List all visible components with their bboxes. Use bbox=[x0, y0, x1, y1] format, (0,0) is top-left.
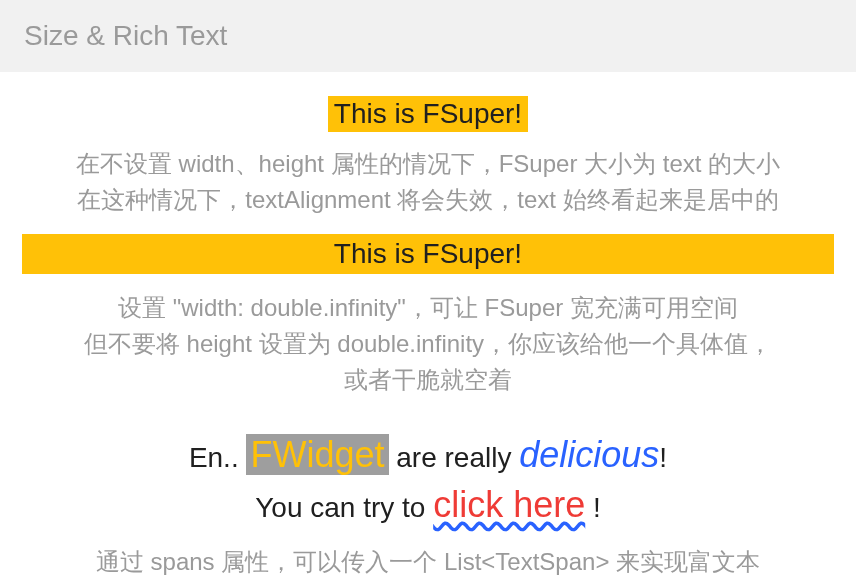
rich-text-line2: You can try to click here ! bbox=[255, 484, 601, 526]
desc2-line1: 设置 "width: double.infinity"，可让 FSuper 宽充… bbox=[84, 290, 772, 326]
rich-prefix: En.. bbox=[189, 442, 247, 473]
desc2-line2: 但不要将 height 设置为 double.infinity，你应该给他一个具… bbox=[84, 326, 772, 362]
rich-line2-suffix: ! bbox=[585, 492, 601, 523]
click-here-link[interactable]: click here bbox=[433, 484, 585, 525]
desc-block-3: 通过 spans 属性，可以传入一个 List<TextSpan> 来实现富文本 bbox=[96, 546, 760, 578]
desc-block-1: 在不设置 width、height 属性的情况下，FSuper 大小为 text… bbox=[54, 146, 802, 218]
rich-line2-prefix: You can try to bbox=[255, 492, 433, 523]
fwidget-span: FWidget bbox=[246, 434, 388, 475]
desc1-line1: 在不设置 width、height 属性的情况下，FSuper 大小为 text… bbox=[76, 146, 780, 182]
desc2-line3: 或者干脆就空着 bbox=[84, 362, 772, 398]
content-area: This is FSuper! 在不设置 width、height 属性的情况下… bbox=[0, 72, 856, 578]
delicious-span: delicious bbox=[519, 434, 659, 475]
rich-text-line1: En.. FWidget are really delicious! bbox=[189, 434, 667, 476]
banner-small: This is FSuper! bbox=[328, 96, 528, 132]
page-title: Size & Rich Text bbox=[24, 20, 227, 51]
desc1-line2: 在这种情况下，textAlignment 将会失效，text 始终看起来是居中的 bbox=[76, 182, 780, 218]
banner-full: This is FSuper! bbox=[22, 234, 834, 274]
rich-excl: ! bbox=[659, 442, 667, 473]
desc-block-2: 设置 "width: double.infinity"，可让 FSuper 宽充… bbox=[62, 290, 794, 398]
rich-mid: are really bbox=[389, 442, 520, 473]
page-header: Size & Rich Text bbox=[0, 0, 856, 72]
